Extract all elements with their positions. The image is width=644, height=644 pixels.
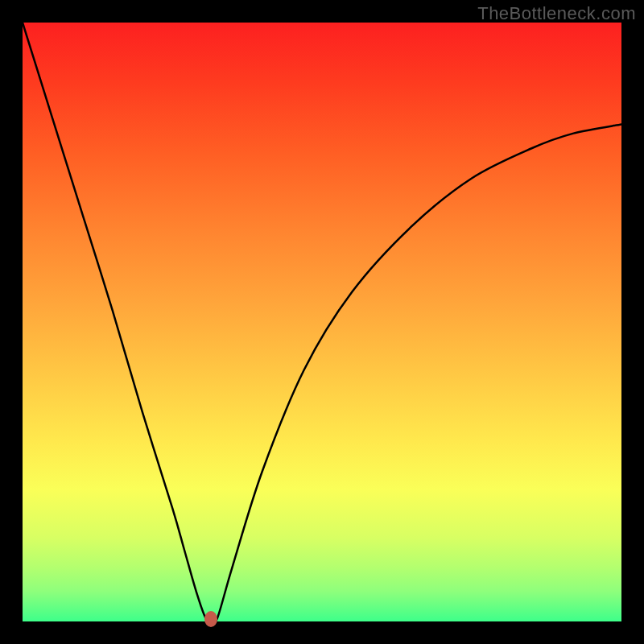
optimum-marker: [204, 611, 217, 627]
watermark-label: TheBottleneck.com: [477, 3, 636, 24]
chart-frame: TheBottleneck.com: [0, 0, 644, 644]
plot-area: [23, 23, 621, 621]
curve-svg: [23, 23, 621, 621]
bottleneck-curve: [23, 23, 621, 621]
